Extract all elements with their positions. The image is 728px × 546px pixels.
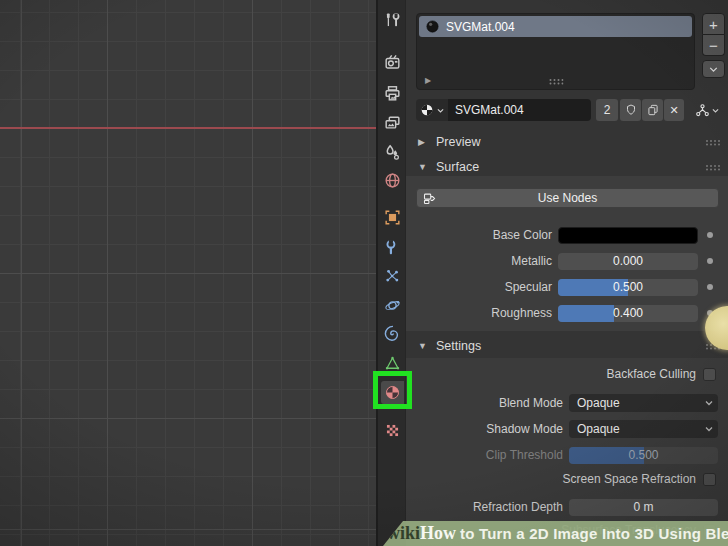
users-count: 2 [604, 103, 611, 117]
blend-mode-value: Opaque [577, 394, 620, 412]
plus-icon: + [709, 17, 718, 32]
tab-physics-properties[interactable] [381, 294, 404, 317]
preview-section-header[interactable]: ▶ Preview [406, 133, 728, 151]
disclosure-expanded-icon[interactable]: ▼ [418, 161, 427, 173]
clip-threshold-label: Clip Threshold [486, 447, 563, 464]
wikihow-watermark: wikiHow to Turn a 2D Image Into 3D Using… [383, 521, 728, 546]
animate-dot-specular[interactable] [707, 284, 713, 290]
material-name-value: SVGMat.004 [455, 103, 524, 117]
3d-viewport[interactable] [0, 0, 376, 546]
tab-render-properties[interactable] [381, 51, 404, 74]
roughness-slider[interactable]: 0.400 [558, 305, 698, 322]
backface-culling-checkbox[interactable] [703, 368, 716, 381]
fake-user-button[interactable] [620, 99, 641, 121]
roughness-label: Roughness [491, 305, 552, 322]
tab-tool[interactable] [381, 9, 404, 32]
browse-material-button[interactable] [416, 99, 448, 121]
constraint-icon [383, 324, 402, 343]
specular-label: Specular [505, 279, 552, 296]
chevron-down-icon [707, 63, 720, 76]
specular-value: 0.500 [558, 279, 698, 296]
resize-grip-icon[interactable] [548, 78, 563, 85]
add-material-slot-button[interactable]: + [702, 13, 725, 35]
material-slot-list[interactable]: SVGMat.004 ▶ [416, 13, 695, 90]
tab-object-properties[interactable] [381, 206, 404, 229]
use-nodes-button[interactable]: Use Nodes [416, 188, 719, 208]
particles-icon [383, 267, 402, 286]
copy-icon [646, 103, 660, 117]
tab-output-properties[interactable] [381, 82, 404, 105]
tab-constraint-properties[interactable] [381, 322, 404, 345]
material-name-field[interactable]: SVGMat.004 [448, 99, 591, 121]
slot-list-expander-icon[interactable]: ▶ [425, 77, 431, 85]
printer-icon [383, 84, 402, 103]
new-material-button[interactable] [642, 99, 663, 121]
blend-mode-dropdown[interactable]: Opaque [569, 394, 718, 412]
disclosure-collapsed-icon[interactable]: ▶ [418, 136, 425, 148]
material-slot-specials-button[interactable] [702, 60, 725, 78]
remove-material-slot-button[interactable]: − [702, 35, 725, 56]
tool-icon [383, 11, 402, 30]
specular-slider[interactable]: 0.500 [558, 279, 698, 296]
close-icon: ✕ [669, 104, 678, 117]
tab-world-properties[interactable] [381, 169, 404, 192]
tab-view-layer-properties[interactable] [381, 112, 404, 135]
metallic-slider[interactable]: 0.000 [558, 253, 698, 270]
material-tab-highlight-box [373, 371, 412, 409]
users-count-button[interactable]: 2 [596, 99, 618, 121]
metallic-value: 0.000 [558, 253, 698, 270]
scene-icon [383, 143, 402, 162]
chevron-down-icon [703, 423, 715, 435]
tab-scene-properties[interactable] [381, 141, 404, 164]
settings-section-header[interactable]: ▼ Settings [406, 337, 728, 355]
watermark-title: to Turn a 2D Image Into 3D Using Blender [460, 525, 728, 542]
texture-checker-icon [383, 421, 402, 440]
preview-section-label: Preview [436, 133, 480, 151]
world-globe-icon [383, 171, 402, 190]
material-ball-icon [425, 19, 440, 34]
render-camera-icon [383, 53, 402, 72]
backface-culling-label: Backface Culling [607, 367, 696, 382]
tab-particle-properties[interactable] [381, 265, 404, 288]
tab-texture-properties[interactable] [381, 419, 404, 442]
base-color-swatch[interactable] [558, 227, 698, 244]
panel-grip-icon[interactable] [705, 139, 720, 146]
wikihow-logo-how: How [420, 523, 456, 544]
unlink-material-button[interactable]: ✕ [664, 99, 684, 121]
tab-modifier-properties[interactable] [381, 236, 404, 259]
modifier-wrench-icon [383, 238, 402, 257]
physics-icon [383, 296, 402, 315]
x-axis-line [0, 127, 376, 129]
surface-section-header[interactable]: ▼ Surface [406, 158, 728, 176]
clip-threshold-slider: 0.500 [569, 447, 718, 464]
chevron-down-icon [703, 397, 715, 409]
refraction-depth-label: Refraction Depth [473, 499, 563, 516]
disclosure-expanded-icon[interactable]: ▼ [418, 340, 427, 352]
screen-space-refraction-checkbox[interactable] [703, 473, 716, 486]
shadow-mode-value: Opaque [577, 420, 620, 438]
animate-dot-metallic[interactable] [707, 258, 713, 264]
slot-name: SVGMat.004 [446, 20, 515, 34]
nodetree-dropdown-button[interactable] [690, 99, 724, 121]
shadow-mode-label: Shadow Mode [486, 420, 563, 438]
shadow-mode-dropdown[interactable]: Opaque [569, 420, 718, 438]
minus-icon: − [709, 38, 718, 53]
refraction-depth-value: 0 m [633, 500, 653, 514]
object-icon [383, 208, 402, 227]
animate-dot-base-color[interactable] [707, 232, 713, 238]
settings-section-label: Settings [436, 337, 481, 355]
material-properties-panel: SVGMat.004 ▶ + − SVGMat.004 2 [405, 0, 728, 546]
screen-space-refraction-label: Screen Space Refraction [563, 472, 696, 487]
shield-icon [624, 103, 638, 117]
blend-mode-label: Blend Mode [499, 394, 563, 412]
browse-material-icon [419, 102, 435, 118]
use-nodes-label: Use Nodes [417, 189, 718, 207]
chevron-down-icon [711, 106, 720, 115]
surface-section-label: Surface [436, 158, 479, 176]
metallic-label: Metallic [511, 253, 552, 270]
material-slot-selected[interactable]: SVGMat.004 [419, 16, 692, 37]
nodetree-icon [694, 102, 711, 119]
refraction-depth-field[interactable]: 0 m [569, 499, 718, 516]
properties-tab-bar [376, 0, 405, 546]
panel-grip-icon[interactable] [705, 164, 720, 171]
